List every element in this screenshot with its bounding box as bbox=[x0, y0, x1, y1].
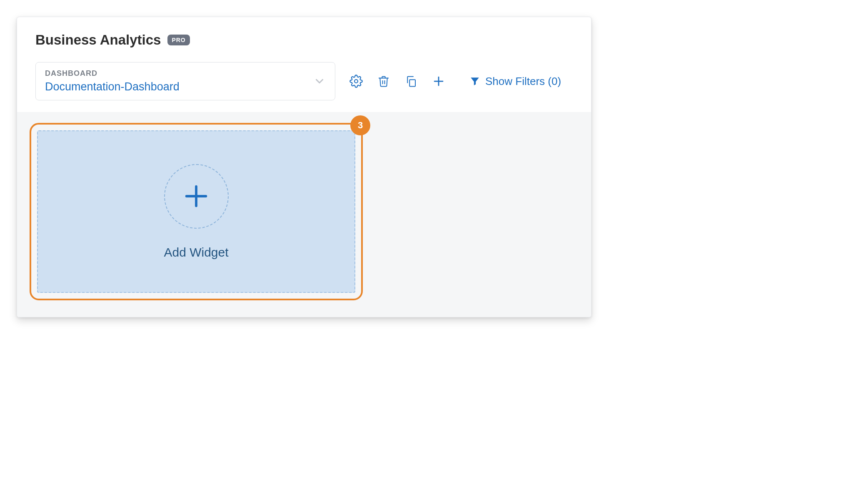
title-row: Business Analytics PRO bbox=[35, 32, 573, 48]
plus-icon[interactable] bbox=[430, 73, 447, 90]
filter-icon bbox=[469, 76, 480, 87]
add-widget-plus-circle bbox=[164, 164, 229, 229]
panel-header: Business Analytics PRO DASHBOARD Documen… bbox=[17, 17, 591, 112]
page-title: Business Analytics bbox=[35, 32, 161, 48]
gear-icon[interactable] bbox=[348, 73, 364, 90]
panel-body: 3 Add Widget bbox=[17, 112, 591, 317]
tour-step-badge: 3 bbox=[350, 115, 370, 135]
add-widget-card[interactable]: Add Widget bbox=[37, 130, 355, 293]
chevron-down-icon bbox=[313, 75, 326, 87]
pro-badge: PRO bbox=[167, 35, 190, 45]
show-filters-button[interactable]: Show Filters (0) bbox=[469, 75, 561, 88]
trash-icon[interactable] bbox=[375, 73, 392, 90]
toolbar-icons bbox=[343, 73, 447, 90]
show-filters-label: Show Filters (0) bbox=[485, 75, 561, 88]
analytics-panel: Business Analytics PRO DASHBOARD Documen… bbox=[17, 17, 591, 317]
svg-rect-1 bbox=[409, 80, 415, 86]
tour-highlight: 3 Add Widget bbox=[30, 123, 363, 300]
toolbar: DASHBOARD Documentation-Dashboard bbox=[35, 62, 573, 100]
dashboard-select-value: Documentation-Dashboard bbox=[45, 80, 180, 93]
dashboard-select[interactable]: DASHBOARD Documentation-Dashboard bbox=[35, 62, 335, 100]
copy-icon[interactable] bbox=[403, 73, 419, 90]
svg-point-0 bbox=[354, 80, 358, 83]
dashboard-select-kicker: DASHBOARD bbox=[45, 69, 180, 78]
add-widget-label: Add Widget bbox=[164, 245, 228, 259]
